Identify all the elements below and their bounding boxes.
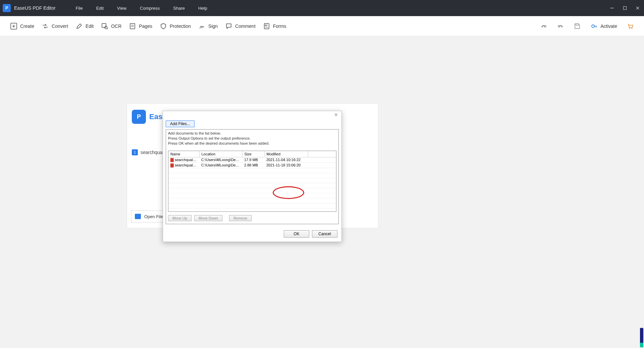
table-row xyxy=(168,178,336,183)
list-actions: Move Up Move Down Remove xyxy=(168,215,336,221)
dialog-body: Add Files... Add documents to the list b… xyxy=(163,118,341,227)
convert-button[interactable]: Convert xyxy=(42,22,68,30)
remove-button[interactable]: Remove xyxy=(229,215,252,221)
save-icon[interactable] xyxy=(574,22,581,30)
forms-label: Forms xyxy=(273,23,286,29)
sign-icon xyxy=(198,22,206,30)
cancel-button[interactable]: Cancel xyxy=(312,230,337,238)
table-header-row: Name Location Size Modified xyxy=(168,151,336,157)
dialog-footer: OK Cancel xyxy=(163,227,341,242)
add-files-button[interactable]: Add Files... xyxy=(166,120,195,127)
svg-rect-7 xyxy=(102,23,106,28)
ocr-button[interactable]: OCR xyxy=(101,22,121,30)
menu-compress[interactable]: Compress xyxy=(140,6,160,11)
menu-share[interactable]: Share xyxy=(173,6,185,11)
svg-rect-1 xyxy=(624,7,627,10)
menu-file[interactable]: File xyxy=(76,6,83,11)
svg-point-21 xyxy=(629,28,630,29)
table-row xyxy=(168,183,336,188)
col-name[interactable]: Name xyxy=(168,151,199,157)
scrollbar-stub[interactable] xyxy=(640,328,643,347)
add-files-dialog: ✕ Add Files... Add documents to the list… xyxy=(163,111,342,242)
cell-modified: 2021-11-04 10:16:22 xyxy=(264,157,308,162)
svg-rect-13 xyxy=(264,23,269,29)
window-controls xyxy=(608,4,641,12)
comment-icon xyxy=(225,22,232,30)
activate-button[interactable]: Activate xyxy=(590,22,617,30)
toolbar: Create Convert Edit OCR Pages Protection… xyxy=(0,16,644,36)
comment-label: Comment xyxy=(235,23,256,29)
table-row xyxy=(168,173,336,178)
app-title: EaseUS PDF Editor xyxy=(14,5,56,11)
instructions-line1: Add documents to the list below. xyxy=(168,131,336,136)
create-button[interactable]: Create xyxy=(10,22,34,30)
col-spacer xyxy=(308,151,336,157)
maximize-icon[interactable] xyxy=(621,4,629,12)
svg-rect-14 xyxy=(265,25,266,26)
col-size[interactable]: Size xyxy=(242,151,264,157)
close-icon[interactable] xyxy=(634,4,641,12)
edit-button[interactable]: Edit xyxy=(75,22,94,30)
file-table[interactable]: Name Location Size Modified searchqualit… xyxy=(168,151,336,212)
recent-file-badge: 1 xyxy=(132,149,138,155)
edit-label: Edit xyxy=(86,23,94,29)
toolbar-right: Activate xyxy=(540,22,634,30)
pencil-icon xyxy=(75,22,83,30)
pdf-icon xyxy=(170,158,174,162)
cart-icon[interactable] xyxy=(627,22,634,30)
svg-rect-10 xyxy=(130,23,135,29)
ok-button[interactable]: OK xyxy=(284,230,309,238)
pdf-icon xyxy=(170,163,174,167)
minimize-icon[interactable] xyxy=(608,4,616,12)
dialog-instructions: Add documents to the list below. Press O… xyxy=(168,131,336,146)
menu-view[interactable]: View xyxy=(117,6,126,11)
table-row xyxy=(168,168,336,173)
menu-help[interactable]: Help xyxy=(198,6,207,11)
main-area: P EaseU 1 searchquality Open Files... ✕ … xyxy=(0,36,644,348)
dialog-inner: Add documents to the list below. Press O… xyxy=(166,129,339,224)
table-row[interactable]: searchqualitye... C:\Users\MLoong\Deskto… xyxy=(168,162,336,168)
cell-location: C:\Users\MLoong\Desktop xyxy=(199,157,242,162)
move-down-button[interactable]: Move Down xyxy=(194,215,222,221)
sign-label: Sign xyxy=(208,23,218,29)
comment-button[interactable]: Comment xyxy=(225,22,256,30)
pages-button[interactable]: Pages xyxy=(129,22,152,30)
instructions-line2: Press Output Options to set the output p… xyxy=(168,136,336,141)
svg-line-9 xyxy=(107,29,108,29)
main-menu: File Edit View Compress Share Help xyxy=(76,6,207,11)
cell-name: searchqualitye... xyxy=(175,158,199,162)
cell-size: 2.88 MB xyxy=(242,162,264,168)
instructions-line3: Press OK when all the desired documenets… xyxy=(168,141,336,146)
undo-icon[interactable] xyxy=(557,22,564,30)
activate-label: Activate xyxy=(600,23,617,29)
ocr-label: OCR xyxy=(111,23,121,29)
shield-icon xyxy=(160,22,167,30)
pages-icon xyxy=(129,22,136,30)
dialog-titlebar: ✕ xyxy=(163,111,341,118)
move-up-button[interactable]: Move Up xyxy=(168,215,192,221)
protection-button[interactable]: Protection xyxy=(160,22,191,30)
col-location[interactable]: Location xyxy=(199,151,242,157)
table-row xyxy=(168,203,336,208)
svg-point-18 xyxy=(592,25,594,28)
sign-button[interactable]: Sign xyxy=(198,22,218,30)
cell-location: C:\Users\MLoong\Desktop xyxy=(199,162,242,168)
forms-button[interactable]: Forms xyxy=(263,22,286,30)
folder-icon xyxy=(135,214,141,219)
col-modified[interactable]: Modified xyxy=(264,151,308,157)
table-row xyxy=(168,188,336,193)
cell-size: 17.9 MB xyxy=(242,157,264,162)
table-row[interactable]: searchqualitye... C:\Users\MLoong\Deskto… xyxy=(168,157,336,162)
ocr-icon xyxy=(101,22,108,30)
forms-icon xyxy=(263,22,270,30)
titlebar: P EaseUS PDF Editor File Edit View Compr… xyxy=(0,0,644,16)
convert-label: Convert xyxy=(52,23,68,29)
redo-icon[interactable] xyxy=(540,22,547,30)
key-icon xyxy=(590,22,598,30)
pages-label: Pages xyxy=(139,23,152,29)
cell-name: searchqualitye... xyxy=(175,163,199,167)
app-icon: P xyxy=(3,4,11,12)
dialog-close-icon[interactable]: ✕ xyxy=(333,112,339,117)
menu-edit[interactable]: Edit xyxy=(96,6,104,11)
brand-logo-icon: P xyxy=(132,110,146,124)
